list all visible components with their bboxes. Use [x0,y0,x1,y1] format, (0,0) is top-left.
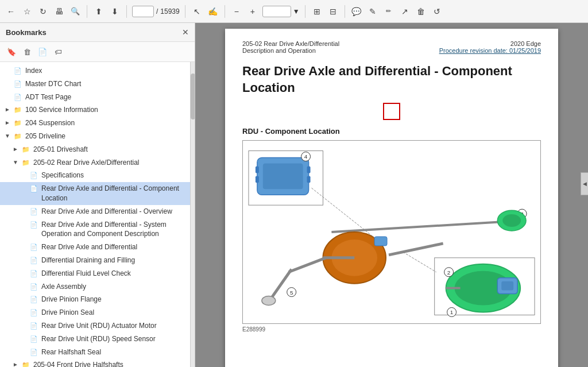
svg-text:1: 1 [450,310,454,316]
tree-item-label-diff-draining: Differential Draining and Filling [41,256,185,265]
tree-item-label-205-driveline: 205 Driveline [25,132,185,141]
item-type-icon-diff-draining: 📄 [30,256,39,265]
fit-page-icon[interactable]: ⊞ [311,5,323,18]
page-tab-icon[interactable]: 📄 [36,45,49,59]
expand-icon-205-01-driveshaft: ► [13,145,21,153]
separator-3 [185,5,185,18]
tree-item-specifications[interactable]: 📄Specifications [0,169,190,182]
tree-item-master-dtc[interactable]: 📄Master DTC Chart [0,78,190,91]
page-navigation: 549 / 15939 [132,6,180,17]
svg-rect-3 [263,164,303,190]
tree-item-axle-assembly[interactable]: 📄Axle Assembly [0,280,190,293]
diagram-box: 4 [242,140,541,324]
tree-item-rdu-actuator[interactable]: 📄Rear Drive Unit (RDU) Actuator Motor [0,319,190,333]
hand-tool-icon[interactable]: ✍ [207,5,219,18]
header-left: 205-02 Rear Drive Axle/Differential Desc… [242,40,339,54]
expand-icon-index [5,67,13,75]
expand-icon-rear-system-op [21,221,29,229]
tree-item-label-100-service: 100 Service Information [25,105,185,115]
item-type-icon-205-driveline: 📁 [14,132,23,141]
tag-tab-icon[interactable]: 🏷 [51,45,65,59]
zoom-dropdown-btn[interactable]: ▼ [293,7,300,16]
item-type-icon-rear-halfshaft-seal: 📄 [30,348,39,357]
separator-1 [87,5,87,18]
cursor-tool-icon[interactable]: ↖ [191,5,203,18]
item-type-icon-205-01-driveshaft: 📁 [22,145,31,154]
tree-item-label-205-02-rear: 205-02 Rear Drive Axle/Differential [33,158,185,168]
expand-icon-205-02-rear: ▼ [13,159,21,167]
refresh-icon[interactable]: ↻ [37,5,49,18]
tree-item-label-master-dtc: Master DTC Chart [25,79,185,89]
item-type-icon-rdu-speed-sensor: 📄 [30,335,39,343]
tree-item-205-driveline[interactable]: ▼📁205 Driveline [0,130,190,143]
sidebar: Bookmarks ✕ 🔖 🗑 📄 🏷 📄Index 📄Master DTC C… [0,23,195,367]
tree-item-drive-pinion-flange[interactable]: 📄Drive Pinion Flange [0,293,190,306]
tree-item-rear-drive-axle[interactable]: 📄Rear Drive Axle and Differential [0,241,190,254]
tree-item-rdu-speed-sensor[interactable]: 📄Rear Drive Unit (RDU) Speed Sensor [0,333,190,346]
comment-icon[interactable]: 💬 [350,5,363,18]
tree-item-rear-halfshaft-seal[interactable]: 📄Rear Halfshaft Seal [0,346,190,359]
zoom-value-input[interactable]: 80.9% [262,6,291,17]
tree-item-205-01-driveshaft[interactable]: ►📁205-01 Driveshaft [0,143,190,156]
tree-item-label-axle-assembly: Axle Assembly [41,282,185,292]
tree-item-adt-test[interactable]: 📄ADT Test Page [0,91,190,104]
tree-item-rear-overview[interactable]: 📄Rear Drive Axle and Differential - Over… [0,205,190,218]
print-icon[interactable]: 🖶 [53,5,65,18]
svg-text:5: 5 [290,289,293,296]
zoom-in-icon[interactable]: + [246,5,259,18]
tree-item-rear-component-location[interactable]: 📄Rear Drive Axle and Differential - Comp… [0,182,190,205]
expand-icon-rear-halfshaft-seal [21,348,29,356]
tree-item-diff-draining[interactable]: 📄Differential Draining and Filling [0,254,190,267]
diagram-svg: 4 [243,141,540,323]
tree-item-drive-pinion-seal[interactable]: 📄Drive Pinion Seal [0,306,190,319]
delete-icon[interactable]: 🗑 [415,5,427,18]
share-icon[interactable]: ↗ [399,5,411,18]
expand-icon-drive-pinion-flange [21,295,29,303]
svg-rect-7 [307,176,311,183]
diagram-caption: E288999 [242,326,541,333]
expand-icon-rear-component-location [21,184,29,192]
tree-item-label-rear-halfshaft-seal: Rear Halfshaft Seal [41,347,185,357]
sidebar-tabs: 🔖 🗑 📄 🏷 [0,42,195,62]
highlight-icon[interactable]: ✏ [382,5,395,18]
navigate-previous-icon[interactable]: ⬆ [92,5,105,18]
back-icon[interactable]: ← [5,5,17,18]
zoom-out-glass-icon[interactable]: 🔍 [69,5,82,18]
separator-4 [225,5,225,18]
tree-item-label-205-01-driveshaft: 205-01 Driveshaft [33,145,185,154]
separator-5 [305,5,305,18]
bookmark-star-icon[interactable]: ☆ [21,5,33,18]
tree-item-205-02-rear[interactable]: ▼📁205-02 Rear Drive Axle/Differential [0,156,190,169]
fit-width-icon[interactable]: ⊟ [327,5,339,18]
tree-item-100-service[interactable]: ►📁100 Service Information [0,103,190,117]
scrollbar-thumb[interactable] [191,74,195,119]
scrollbar-track[interactable] [190,62,195,367]
draw-icon[interactable]: ✎ [366,5,379,18]
expand-icon-205-04-front: ► [13,361,21,367]
item-type-icon-drive-pinion-flange: 📄 [30,295,39,304]
tree-item-diff-fluid[interactable]: 📄Differential Fluid Level Check [0,267,190,280]
delete-tab-icon[interactable]: 🗑 [20,45,34,59]
more-icon[interactable]: ↺ [431,5,443,18]
bookmark-tab-icon[interactable]: 🔖 [5,45,18,59]
page-separator: / [156,7,158,16]
tree-item-index[interactable]: 📄Index [0,64,190,78]
tree-item-204-suspension[interactable]: ►📁204 Suspension [0,117,190,130]
item-type-icon-rear-overview: 📄 [30,207,39,216]
navigate-next-icon[interactable]: ⬇ [109,5,121,18]
sidebar-collapse-tab[interactable]: ◀ [581,172,588,195]
header-desc: Description and Operation [242,47,339,54]
expand-icon-axle-assembly [21,283,29,291]
item-type-icon-axle-assembly: 📄 [30,283,39,291]
page-current-input[interactable]: 549 [132,6,154,17]
tree-item-205-04-front[interactable]: ►📁205-04 Front Drive Halfshafts [0,358,190,367]
tree-item-label-rear-drive-axle: Rear Drive Axle and Differential [41,242,185,252]
tree-item-label-diff-fluid: Differential Fluid Level Check [41,269,185,279]
header-section: 205-02 Rear Drive Axle/Differential [242,40,339,47]
zoom-out-icon[interactable]: − [230,5,243,18]
tree-item-rear-system-op[interactable]: 📄Rear Drive Axle and Differential - Syst… [0,218,190,241]
item-type-icon-diff-fluid: 📄 [30,269,39,278]
close-icon[interactable]: ✕ [182,28,189,37]
svg-rect-6 [307,167,311,173]
svg-rect-16 [374,237,387,246]
